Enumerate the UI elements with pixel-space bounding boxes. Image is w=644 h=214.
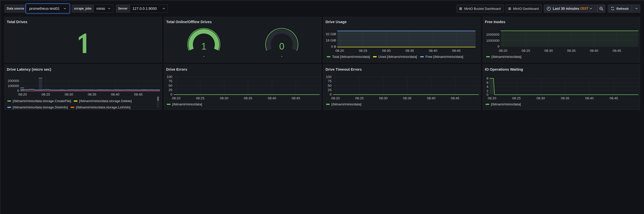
svg-text:08:20: 08:20 [172,96,180,100]
svg-text:32 GiB: 32 GiB [326,32,336,36]
svg-text:08:40: 08:40 [429,49,437,53]
svg-text:08:25: 08:25 [512,96,520,100]
svg-text:08:30: 08:30 [65,93,73,96]
svg-text:[/bitnami/minio/data:storage.D: [/bitnami/minio/data:storage.Delete] [79,99,132,103]
svg-text:2: 2 [486,89,488,93]
svg-text:08:25: 08:25 [355,96,364,100]
svg-text:0: 0 [497,45,499,48]
svg-text:08:45: 08:45 [610,96,618,100]
svg-text:08:30: 08:30 [544,49,553,53]
svg-text:08:35: 08:35 [567,49,576,53]
svg-text:0: 0 [486,93,488,97]
svg-text:1000000: 1000000 [486,39,499,42]
svg-text:08:40: 08:40 [268,96,276,100]
svg-text:[/bitnami/minio/data:storage.D: [/bitnami/minio/data:storage.DiskInfo] [13,105,68,109]
svg-text:4: 4 [486,85,488,89]
svg-text:Total [/bitnami/minio/data]: Total [/bitnami/minio/data] [332,55,370,59]
svg-text:[/bitnami/minio/data]: [/bitnami/minio/data] [332,102,361,106]
svg-text:08:35: 08:35 [561,96,569,100]
svg-text:Free [/bitnami/minio/data]: Free [/bitnami/minio/data] [426,55,463,59]
svg-text:0 B: 0 B [331,45,336,49]
svg-text:08:25: 08:25 [359,49,367,53]
svg-text:08:20: 08:20 [18,93,27,96]
svg-text:50: 50 [328,84,332,88]
svg-text:0: 0 [279,41,284,52]
svg-text:08:35: 08:35 [88,93,96,96]
svg-text:8: 8 [486,76,488,80]
svg-text:08:45: 08:45 [292,96,300,100]
svg-text:16 GiB: 16 GiB [326,38,336,42]
svg-text:25: 25 [328,88,332,92]
svg-text:08:20: 08:20 [331,96,340,100]
svg-text:Used [/bitnami/minio/data]: Used [/bitnami/minio/data] [378,55,417,59]
svg-text:08:35: 08:35 [403,96,412,100]
svg-text:08:30: 08:30 [220,96,228,100]
svg-text:08:20: 08:20 [336,49,344,53]
svg-text:08:35: 08:35 [406,49,414,53]
svg-text:6: 6 [486,81,488,84]
svg-text:08:45: 08:45 [451,96,459,100]
svg-text:[/bitnami/minio/data]: [/bitnami/minio/data] [172,102,202,106]
svg-text:0: 0 [170,93,172,96]
svg-text:08:20: 08:20 [499,49,507,53]
svg-text:08:45: 08:45 [452,49,461,53]
svg-text:08:25: 08:25 [521,49,530,53]
svg-text:08:40: 08:40 [111,93,119,96]
svg-text:08:20: 08:20 [488,96,496,100]
svg-text:75: 75 [168,79,172,83]
svg-text:1: 1 [201,41,207,52]
svg-text:200000: 200000 [8,79,19,83]
svg-text:08:45: 08:45 [613,49,621,53]
svg-text:50: 50 [168,84,172,88]
svg-text:0: 0 [17,89,19,93]
svg-text:08:45: 08:45 [134,93,143,96]
svg-text:08:25: 08:25 [42,93,50,96]
svg-text:08:40: 08:40 [427,96,435,100]
svg-text:08:40: 08:40 [590,49,598,53]
svg-text:08:40: 08:40 [585,96,594,100]
svg-text:08:30: 08:30 [382,49,391,53]
svg-text:75: 75 [328,79,332,83]
svg-text:100: 100 [326,75,332,79]
svg-text:08:25: 08:25 [196,96,204,100]
svg-text:0: 0 [330,93,332,96]
svg-text:08:30: 08:30 [536,96,545,100]
svg-text:[/bitnami/minio/data:storage.L: [/bitnami/minio/data:storage.ListVols] [76,105,131,109]
svg-text:100: 100 [167,75,172,79]
svg-text:100000: 100000 [8,84,19,88]
svg-text:[/bitnami/minio/data:storage.C: [/bitnami/minio/data:storage.CreateFile] [13,99,71,103]
svg-text:25: 25 [168,88,172,92]
svg-text:08:35: 08:35 [244,96,252,100]
svg-text:[/bitnami/minio/data]: [/bitnami/minio/data] [491,102,521,106]
svg-text:[/bitnami/minio/data]: [/bitnami/minio/data] [491,55,521,59]
svg-text:08:30: 08:30 [379,96,388,100]
svg-text:2000000: 2000000 [486,33,499,36]
